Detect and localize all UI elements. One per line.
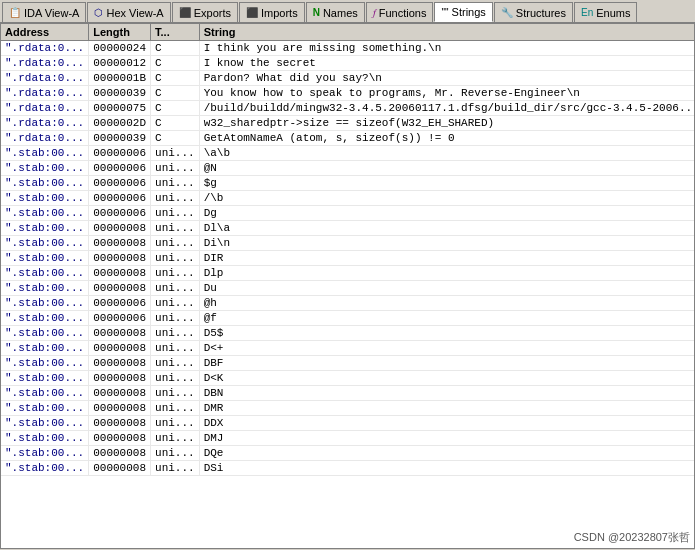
table-row[interactable]: ".stab:00...00000008uni...D<K [1,371,695,386]
table-header-row: AddressLengthT...String [1,24,695,41]
tab-ida-view-a[interactable]: 📋IDA View-A [2,2,86,22]
tab-hex-view-a[interactable]: ⬡Hex View-A [87,2,170,22]
cell-type: uni... [151,461,200,476]
table-row[interactable]: ".rdata:0...00000039CGetAtomNameA (atom,… [1,131,695,146]
cell-address: ".stab:00... [1,251,89,266]
tab-strings[interactable]: ""Strings [434,2,492,22]
cell-address: ".rdata:0... [1,71,89,86]
table-row[interactable]: ".stab:00...00000006uni...@h [1,296,695,311]
table-row[interactable]: ".rdata:0...0000002DCw32_sharedptr->size… [1,116,695,131]
table-row[interactable]: ".stab:00...00000006uni...Dg [1,206,695,221]
cell-type: uni... [151,311,200,326]
cell-type: C [151,71,200,86]
cell-address: ".stab:00... [1,146,89,161]
tab-label-imports: Imports [261,7,298,19]
cell-length: 00000012 [89,56,151,71]
table-row[interactable]: ".stab:00...00000006uni.../\b [1,191,695,206]
cell-length: 00000008 [89,401,151,416]
table-row[interactable]: ".stab:00...00000008uni...DBF [1,356,695,371]
cell-type: C [151,86,200,101]
cell-length: 00000008 [89,416,151,431]
table-row[interactable]: ".rdata:0...00000012CI know the secret [1,56,695,71]
tab-label-exports: Exports [194,7,231,19]
cell-string: Pardon? What did you say?\n [199,71,695,86]
cell-type: uni... [151,446,200,461]
cell-type: uni... [151,431,200,446]
cell-address: ".stab:00... [1,191,89,206]
tab-icon-names: N [313,7,320,18]
table-row[interactable]: ".stab:00...00000008uni...D5$ [1,326,695,341]
cell-type: uni... [151,341,200,356]
col-header-address[interactable]: Address [1,24,89,41]
cell-type: uni... [151,401,200,416]
cell-length: 00000006 [89,191,151,206]
table-row[interactable]: ".stab:00...00000008uni...DIR [1,251,695,266]
cell-type: uni... [151,146,200,161]
cell-string: w32_sharedptr->size == sizeof(W32_EH_SHA… [199,116,695,131]
cell-type: uni... [151,266,200,281]
cell-type: uni... [151,386,200,401]
cell-length: 00000006 [89,296,151,311]
cell-type: uni... [151,221,200,236]
tab-label-structures: Structures [516,7,566,19]
table-row[interactable]: ".rdata:0...00000024CI think you are mis… [1,41,695,56]
cell-address: ".rdata:0... [1,86,89,101]
table-row[interactable]: ".stab:00...00000006uni...@f [1,311,695,326]
table-row[interactable]: ".stab:00...00000008uni...DBN [1,386,695,401]
table-row[interactable]: ".stab:00...00000008uni...Dl\a [1,221,695,236]
cell-type: uni... [151,251,200,266]
table-row[interactable]: ".stab:00...00000008uni...DDX [1,416,695,431]
cell-address: ".stab:00... [1,266,89,281]
cell-length: 00000008 [89,371,151,386]
table-row[interactable]: ".stab:00...00000008uni...DMJ [1,431,695,446]
tab-structures[interactable]: 🔧Structures [494,2,573,22]
table-row[interactable]: ".stab:00...00000008uni...DMR [1,401,695,416]
tab-label-names: Names [323,7,358,19]
cell-length: 00000008 [89,221,151,236]
tab-exports[interactable]: ⬛Exports [172,2,238,22]
table-row[interactable]: ".rdata:0...0000001BCPardon? What did yo… [1,71,695,86]
cell-type: uni... [151,356,200,371]
table-row[interactable]: ".rdata:0...00000039CYou know how to spe… [1,86,695,101]
table-row[interactable]: ".stab:00...00000008uni...Dlp [1,266,695,281]
cell-type: uni... [151,326,200,341]
cell-string: Di\n [199,236,695,251]
cell-string: /\b [199,191,695,206]
cell-address: ".stab:00... [1,461,89,476]
cell-address: ".rdata:0... [1,56,89,71]
tab-names[interactable]: NNames [306,2,365,22]
col-header-type[interactable]: T... [151,24,200,41]
table-row[interactable]: ".stab:00...00000006uni...$g [1,176,695,191]
cell-string: D<+ [199,341,695,356]
cell-string: DMJ [199,431,695,446]
cell-string: DMR [199,401,695,416]
table-row[interactable]: ".stab:00...00000008uni...DQe [1,446,695,461]
cell-type: uni... [151,281,200,296]
table-row[interactable]: ".stab:00...00000008uni...Du [1,281,695,296]
cell-type: uni... [151,236,200,251]
tab-icon-imports: ⬛ [246,7,258,18]
table-row[interactable]: ".stab:00...00000008uni...Di\n [1,236,695,251]
cell-length: 00000008 [89,326,151,341]
col-header-length[interactable]: Length [89,24,151,41]
cell-type: C [151,116,200,131]
table-row[interactable]: ".stab:00...00000006uni...\a\b [1,146,695,161]
cell-string: @h [199,296,695,311]
tab-bar: 📋IDA View-A⬡Hex View-A⬛Exports⬛ImportsNN… [0,0,695,23]
table-row[interactable]: ".rdata:0...00000075C/build/buildd/mingw… [1,101,695,116]
tab-enums[interactable]: EnEnums [574,2,637,22]
cell-string: DQe [199,446,695,461]
cell-address: ".stab:00... [1,161,89,176]
tab-imports[interactable]: ⬛Imports [239,2,305,22]
cell-length: 00000008 [89,251,151,266]
cell-string: Du [199,281,695,296]
table-row[interactable]: ".stab:00...00000008uni...DSi [1,461,695,476]
cell-type: uni... [151,416,200,431]
cell-address: ".stab:00... [1,356,89,371]
tab-functions[interactable]: 𝑓Functions [366,2,434,22]
table-row[interactable]: ".stab:00...00000006uni...@N [1,161,695,176]
table-row[interactable]: ".stab:00...00000008uni...D<+ [1,341,695,356]
cell-address: ".stab:00... [1,281,89,296]
col-header-string[interactable]: String [199,24,695,41]
cell-length: 00000008 [89,281,151,296]
